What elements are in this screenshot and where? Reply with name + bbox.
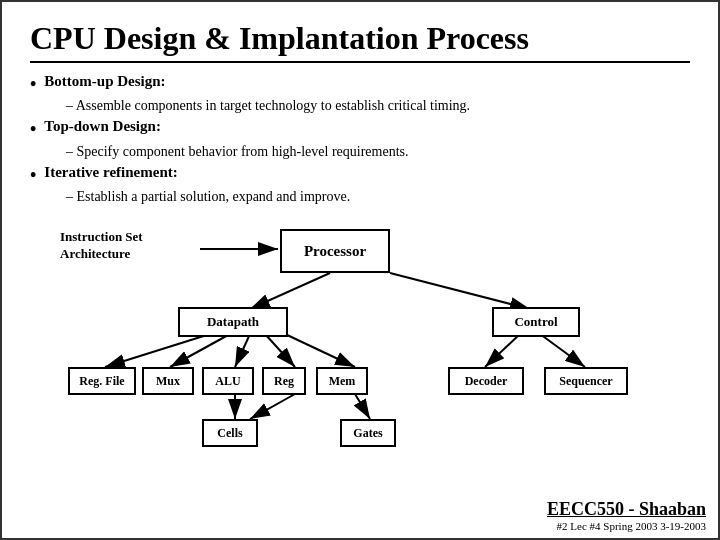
svg-line-4 — [105, 334, 210, 367]
mux-box: Mux — [142, 367, 194, 395]
bullet-dot-3: • — [30, 164, 36, 187]
bullet-3-sub: Establish a partial solution, expand and… — [66, 189, 690, 205]
svg-line-6 — [235, 334, 250, 367]
diagram: Instruction SetArchitecture Processor Da… — [30, 219, 690, 459]
alu-box: ALU — [202, 367, 254, 395]
gates-box: Gates — [340, 419, 396, 447]
datapath-box: Datapath — [178, 307, 288, 337]
footer: EECC550 - Shaaban #2 Lec #4 Spring 2003 … — [547, 499, 706, 532]
bullet-1: • Bottom-up Design: — [30, 73, 690, 96]
footer-title: EECC550 - Shaaban — [547, 499, 706, 520]
svg-line-9 — [485, 334, 520, 367]
bullet-dot-1: • — [30, 73, 36, 96]
bullet-2-sub: Specify component behavior from high-lev… — [66, 144, 690, 160]
bullet-2-label: Top-down Design: — [44, 118, 161, 135]
slide: CPU Design & Implantation Process • Bott… — [0, 0, 720, 540]
control-box: Control — [492, 307, 580, 337]
slide-title: CPU Design & Implantation Process — [30, 20, 690, 63]
mem-box: Mem — [316, 367, 368, 395]
decoder-box: Decoder — [448, 367, 524, 395]
bullet-2: • Top-down Design: — [30, 118, 690, 141]
bullet-3-label: Iterative refinement: — [44, 164, 177, 181]
svg-line-13 — [355, 394, 370, 419]
bullet-1-label: Bottom-up Design: — [44, 73, 165, 90]
footer-sub: #2 Lec #4 Spring 2003 3-19-2003 — [547, 520, 706, 532]
reg-file-box: Reg. File — [68, 367, 136, 395]
svg-line-12 — [250, 394, 295, 419]
reg-box: Reg — [262, 367, 306, 395]
isa-label: Instruction SetArchitecture — [60, 229, 200, 263]
svg-line-3 — [390, 273, 530, 309]
bullet-3: • Iterative refinement: — [30, 164, 690, 187]
svg-line-2 — [250, 273, 330, 309]
bullet-dot-2: • — [30, 118, 36, 141]
svg-line-5 — [170, 334, 230, 367]
svg-line-7 — [265, 334, 295, 367]
bullets-list: • Bottom-up Design: Assemble components … — [30, 73, 690, 205]
sequencer-box: Sequencer — [544, 367, 628, 395]
bullet-1-sub: Assemble components in target technology… — [66, 98, 690, 114]
svg-line-8 — [285, 334, 355, 367]
cells-box: Cells — [202, 419, 258, 447]
svg-line-10 — [540, 334, 585, 367]
processor-box: Processor — [280, 229, 390, 273]
